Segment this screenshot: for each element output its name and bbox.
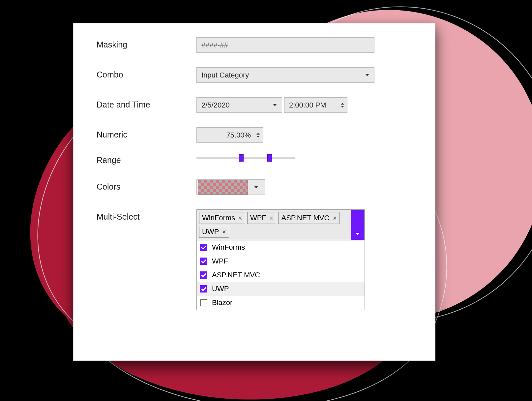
range-thumb-high[interactable] xyxy=(267,154,272,162)
row-datetime: Date and Time 2/5/2020 2:00:00 PM xyxy=(97,97,415,113)
token-remove-icon[interactable]: × xyxy=(270,214,274,222)
label-datetime: Date and Time xyxy=(97,97,196,109)
date-caret[interactable] xyxy=(268,98,282,112)
option-label: UWP xyxy=(212,285,229,293)
multiselect-option[interactable]: WinForms xyxy=(197,240,365,254)
checkbox-icon[interactable] xyxy=(200,258,207,265)
token-remove-icon[interactable]: × xyxy=(333,214,337,222)
color-caret[interactable] xyxy=(249,180,263,195)
token-label: ASP.NET MVC xyxy=(281,214,329,222)
token-remove-icon[interactable]: × xyxy=(238,214,242,222)
label-numeric: Numeric xyxy=(97,127,196,139)
row-colors: Colors xyxy=(97,179,415,195)
option-label: WPF xyxy=(212,257,228,265)
row-combo: Combo Input Category xyxy=(97,67,415,83)
combo-caret[interactable] xyxy=(360,68,374,82)
color-swatch xyxy=(198,180,248,195)
spin-down-icon[interactable] xyxy=(341,106,344,108)
spin-down-icon[interactable] xyxy=(256,136,260,138)
option-label: ASP.NET MVC xyxy=(212,271,260,279)
label-range: Range xyxy=(97,153,196,165)
checkbox-icon[interactable] xyxy=(200,271,207,279)
range-track xyxy=(196,157,295,159)
spin-up-icon[interactable] xyxy=(341,103,344,105)
multiselect-dropdown-button[interactable] xyxy=(351,210,364,240)
time-input[interactable]: 2:00:00 PM xyxy=(284,97,347,113)
time-spinner xyxy=(340,98,347,112)
numeric-value: 75.00% xyxy=(197,131,255,139)
masking-input[interactable]: ####-## xyxy=(196,37,374,53)
row-range: Range xyxy=(97,153,415,165)
time-value: 2:00:00 PM xyxy=(284,101,340,109)
token-label: WPF xyxy=(250,214,266,222)
spin-up-icon[interactable] xyxy=(256,133,260,135)
multiselect-options-list: WinFormsWPFASP.NET MVCUWPBlazor xyxy=(196,240,365,310)
multiselect-token: WinForms× xyxy=(199,212,245,224)
checkbox-icon[interactable] xyxy=(200,244,207,251)
chevron-down-icon xyxy=(365,74,369,76)
token-label: WinForms xyxy=(202,214,235,222)
row-numeric: Numeric 75.00% xyxy=(97,127,415,143)
token-label: UWP xyxy=(202,228,219,236)
chevron-down-icon xyxy=(356,233,360,235)
numeric-input[interactable]: 75.00% xyxy=(196,127,263,143)
chevron-down-icon xyxy=(273,104,277,106)
date-value: 2/5/2020 xyxy=(197,101,268,109)
label-combo: Combo xyxy=(97,67,196,79)
label-masking: Masking xyxy=(97,37,196,49)
color-picker[interactable] xyxy=(196,179,265,195)
range-slider[interactable] xyxy=(196,153,295,163)
chevron-down-icon xyxy=(254,186,258,188)
multiselect-option[interactable]: UWP xyxy=(197,282,365,296)
multiselect-token: UWP× xyxy=(199,226,229,238)
label-colors: Colors xyxy=(97,179,196,192)
multiselect-box[interactable]: WinForms×WPF×ASP.NET MVC×UWP× xyxy=(196,209,365,240)
option-label: WinForms xyxy=(212,243,245,252)
combo-placeholder: Input Category xyxy=(197,71,360,79)
masking-placeholder: ####-## xyxy=(197,41,374,49)
row-multiselect: Multi-Select WinForms×WPF×ASP.NET MVC×UW… xyxy=(97,209,415,310)
form-panel: Masking ####-## Combo Input Category Dat… xyxy=(73,23,435,361)
combo-select[interactable]: Input Category xyxy=(196,67,374,83)
multiselect-token-area: WinForms×WPF×ASP.NET MVC×UWP× xyxy=(197,210,351,240)
option-label: Blazor xyxy=(212,298,232,307)
row-masking: Masking ####-## xyxy=(97,37,415,53)
multiselect-token: ASP.NET MVC× xyxy=(278,212,340,224)
range-thumb-low[interactable] xyxy=(239,154,244,162)
multiselect-token: WPF× xyxy=(247,212,277,224)
date-input[interactable]: 2/5/2020 xyxy=(196,97,282,113)
numeric-spinner xyxy=(255,128,263,142)
multiselect-option[interactable]: Blazor xyxy=(197,296,365,310)
checkbox-icon[interactable] xyxy=(200,285,207,293)
multiselect-option[interactable]: WPF xyxy=(197,254,365,268)
multiselect-option[interactable]: ASP.NET MVC xyxy=(197,268,365,282)
token-remove-icon[interactable]: × xyxy=(222,228,226,236)
checkbox-icon[interactable] xyxy=(200,299,207,306)
label-multiselect: Multi-Select xyxy=(97,209,196,222)
